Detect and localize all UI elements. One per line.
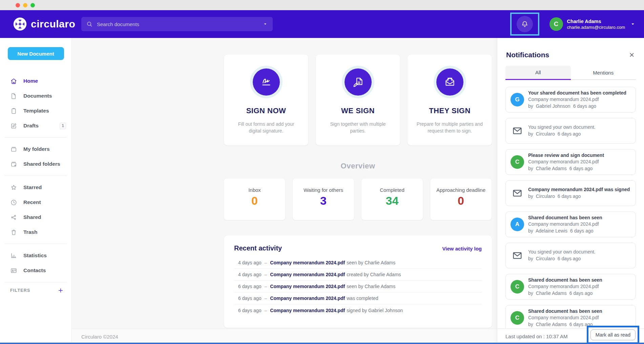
notification-item[interactable]: You signed your own document.by Circular… — [505, 243, 636, 268]
drafts-icon — [10, 122, 17, 129]
user-menu[interactable]: C Charlie Adams charlie.adams@circularo.… — [549, 17, 636, 31]
notification-title: You signed your own document. — [528, 249, 631, 256]
they-sign-icon — [436, 68, 463, 96]
activity-row: 6 days ago–Company memorandum 2024.pdfsi… — [234, 304, 482, 316]
sidebar-item-templates[interactable]: Templates — [0, 103, 71, 118]
envelope-icon — [512, 125, 523, 136]
notification-avatar: C — [511, 280, 524, 294]
stat-label: Inbox — [224, 187, 285, 193]
notification-meta: by Circularo6 days ago — [528, 256, 631, 262]
shared-folder-icon — [10, 161, 17, 168]
action-cards-row: SIGN NOWFill out forms and add your digi… — [224, 55, 492, 145]
notification-meta: by Charlie Adams6 days ago — [528, 290, 631, 297]
notification-item[interactable]: You signed your own document.by Circular… — [505, 118, 636, 144]
sidebar-item-shared-folders[interactable]: Shared folders — [0, 157, 71, 171]
search-input[interactable] — [97, 21, 263, 27]
tab-mentions[interactable]: Mentions — [571, 66, 636, 80]
stats-row: Inbox0Waiting for others3Completed34Appr… — [224, 179, 492, 220]
notification-file: Company memorandum 2024.pdf — [528, 315, 631, 321]
sidebar-item-contacts[interactable]: Contacts — [0, 263, 71, 278]
divider — [5, 282, 67, 282]
notification-item[interactable]: Company memorandum 2024.pdf was signedby… — [505, 180, 636, 206]
notification-meta: by Gabriel Johnson6 days ago — [528, 103, 631, 109]
macos-titlebar — [0, 0, 644, 10]
activity-row: 6 days ago–Company memorandum 2024.pdfse… — [234, 281, 482, 292]
sidebar-item-drafts[interactable]: Drafts1 — [0, 118, 71, 133]
action-card-title: THEY SIGN — [408, 106, 492, 115]
notification-meta: by Circularo6 days ago — [528, 131, 631, 138]
activity-row: 4 days ago–Company memorandum 2024.pdfcr… — [234, 269, 482, 281]
trash-icon — [10, 229, 17, 236]
sidebar-item-statistics[interactable]: Statistics — [0, 248, 71, 263]
view-activity-log-link[interactable]: View activity log — [442, 246, 482, 251]
bell-click-highlight — [510, 13, 539, 36]
new-document-button[interactable]: New Document — [8, 47, 64, 60]
add-filter-button[interactable] — [57, 287, 64, 294]
close-window-button[interactable] — [16, 3, 20, 7]
activity-separator: – — [265, 296, 267, 301]
sidebar-item-starred[interactable]: Starred — [0, 180, 71, 195]
sidebar-item-home[interactable]: Home — [0, 74, 71, 88]
notification-file: Company memorandum 2024.pdf — [528, 283, 631, 290]
activity-file-link[interactable]: Company memorandum 2024.pdf — [270, 272, 345, 277]
tab-all[interactable]: All — [505, 66, 571, 80]
stat-card-waiting-for-others[interactable]: Waiting for others3 — [293, 179, 354, 220]
action-card-title: SIGN NOW — [224, 106, 308, 115]
action-card-we-sign[interactable]: WE SIGNSign together with multiple parti… — [316, 55, 400, 145]
notification-item[interactable]: GYour shared document has been completed… — [505, 87, 636, 113]
stat-value: 34 — [361, 194, 423, 207]
action-card-sign-now[interactable]: SIGN NOWFill out forms and add your digi… — [224, 55, 308, 145]
drafts-count-badge: 1 — [60, 123, 66, 129]
filters-row: FILTERS — [0, 287, 71, 294]
activity-file-link[interactable]: Company memorandum 2024.pdf — [270, 296, 345, 301]
stat-card-inbox[interactable]: Inbox0 — [224, 179, 285, 220]
activity-file-link[interactable]: Company memorandum 2024.pdf — [270, 260, 345, 265]
search-caret-down-icon[interactable] — [263, 21, 268, 27]
activity-row: 6 days ago–Company memorandum 2024.pdfwa… — [234, 292, 482, 304]
notification-item[interactable]: CPlease review and sign documentCompany … — [505, 149, 636, 175]
sidebar-item-shared[interactable]: Shared — [0, 210, 71, 225]
notification-title: Your shared document has been completed — [528, 90, 631, 96]
activity-time: 6 days ago — [238, 284, 262, 289]
notifications-bell-button[interactable] — [517, 16, 533, 32]
sidebar-item-documents[interactable]: Documents — [0, 88, 71, 103]
activity-action: signed by Gabriel Johnson — [347, 308, 403, 313]
sidebar-item-label: My folders — [23, 146, 50, 152]
header-right: C Charlie Adams charlie.adams@circularo.… — [510, 10, 636, 38]
notification-avatar: G — [511, 93, 524, 106]
notification-item[interactable]: AShared document has been seenCompany me… — [505, 211, 636, 237]
stat-card-completed[interactable]: Completed34 — [361, 179, 423, 220]
notification-title: Company memorandum 2024.pdf was signed — [528, 186, 631, 193]
user-avatar: C — [549, 17, 563, 31]
window-bottom-edge — [0, 343, 644, 344]
close-icon[interactable] — [628, 52, 635, 58]
notification-item[interactable]: CShared document has been seenCompany me… — [505, 274, 636, 300]
sidebar-item-label: Drafts — [23, 123, 39, 129]
folder-icon — [10, 146, 17, 153]
notification-title: Shared document has been seen — [528, 308, 631, 315]
sidebar-item-label: Shared folders — [23, 161, 60, 167]
document-icon — [10, 93, 17, 100]
mark-all-click-highlight: Mark all as read — [587, 326, 639, 344]
stat-value: 0 — [224, 194, 285, 207]
sidebar-item-label: Starred — [23, 184, 42, 190]
app-logo: circularo — [13, 10, 75, 38]
notification-avatar: C — [511, 155, 524, 169]
action-card-they-sign[interactable]: THEY SIGNPrepare for multiple parties an… — [408, 55, 492, 145]
activity-file-link[interactable]: Company memorandum 2024.pdf — [270, 308, 345, 313]
stat-card-approaching-deadline[interactable]: Approaching deadline0 — [430, 179, 492, 220]
sidebar-item-recent[interactable]: Recent — [0, 195, 71, 210]
action-card-description: Fill out forms and add your digital sign… — [232, 121, 300, 135]
stat-value: 0 — [430, 194, 492, 207]
minimize-window-button[interactable] — [23, 3, 27, 7]
mark-all-as-read-button[interactable]: Mark all as read — [590, 329, 636, 340]
activity-file-link[interactable]: Company memorandum 2024.pdf — [270, 284, 345, 289]
bell-icon — [521, 20, 529, 28]
sidebar-item-trash[interactable]: Trash — [0, 225, 71, 240]
maximize-window-button[interactable] — [30, 3, 35, 7]
stat-label: Waiting for others — [293, 187, 354, 193]
action-card-description: Sign together with multiple parties. — [324, 121, 392, 135]
sidebar-item-my-folders[interactable]: My folders — [0, 142, 71, 157]
activity-separator: – — [265, 308, 267, 313]
user-email: charlie.adams@circularo.com — [567, 25, 625, 30]
